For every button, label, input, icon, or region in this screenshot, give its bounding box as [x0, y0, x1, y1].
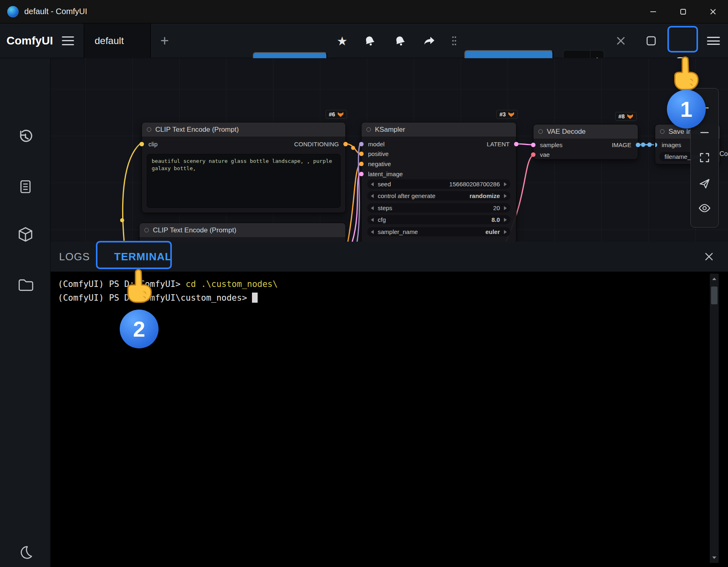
zoom-in-button[interactable]	[699, 103, 710, 113]
interrupt-button[interactable]	[640, 23, 662, 58]
input-slot-label: images	[662, 141, 681, 148]
minimize-button[interactable]	[638, 0, 668, 23]
sampler-name-widget[interactable]: sampler_name euler	[367, 227, 510, 236]
terminal-scrollbar[interactable]	[710, 274, 719, 563]
maximize-button[interactable]	[668, 0, 698, 23]
input-slot-label: negative	[368, 160, 391, 167]
node-header[interactable]: VAE Decode	[533, 124, 638, 139]
collapse-dot-icon[interactable]	[144, 228, 149, 232]
theme-toggle-button[interactable]	[0, 538, 51, 567]
terminal-line: (ComfyUI) PS D:\ComfyUI\custom_nodes>	[58, 291, 728, 305]
node-title: KSampler	[375, 126, 405, 134]
input-slot-label: positive	[368, 150, 389, 157]
document-list-icon	[18, 179, 33, 194]
arrow-up-icon	[712, 277, 717, 280]
increment-icon[interactable]	[504, 218, 507, 222]
positive-input-dot[interactable]	[359, 152, 364, 156]
sidebar-item-history[interactable]	[0, 123, 51, 151]
control-after-generate-widget[interactable]: control after generate randomize	[367, 191, 510, 200]
images-input-dot[interactable]	[655, 143, 657, 147]
notification-button-1[interactable]	[358, 23, 381, 58]
node-header[interactable]: KSampler	[362, 122, 516, 137]
plus-icon: +	[160, 32, 169, 49]
steps-widget[interactable]: steps 20	[367, 203, 510, 213]
increment-icon[interactable]	[504, 182, 507, 186]
folder-icon	[17, 276, 34, 293]
settings-menu-button[interactable]	[702, 23, 725, 58]
cfg-widget[interactable]: cfg 8.0	[367, 215, 510, 224]
notification-button-2[interactable]	[389, 23, 411, 58]
scroll-down-button[interactable]	[710, 552, 719, 563]
tab-terminal[interactable]: TERMINAL	[114, 251, 171, 263]
workflow-tab-default[interactable]: default	[84, 23, 151, 58]
decrement-icon[interactable]	[371, 218, 374, 222]
output-slot-label: CONDITIONING	[294, 141, 339, 148]
main-menu-button[interactable]	[62, 36, 74, 45]
increment-icon[interactable]	[504, 194, 507, 198]
increment-icon[interactable]	[504, 206, 507, 210]
bottom-panel: LOGS TERMINAL (ComfyUI) PS D:\ComfyUI> c…	[51, 242, 728, 567]
model-input-dot[interactable]	[359, 142, 364, 146]
node-header[interactable]: CLIP Text Encode (Prompt)	[140, 223, 345, 238]
favorites-button[interactable]: ★	[331, 23, 353, 58]
fit-view-button[interactable]	[699, 152, 710, 163]
input-slot-label: samples	[540, 141, 563, 148]
latent-image-input-dot[interactable]	[359, 172, 364, 176]
zoom-out-button[interactable]	[699, 127, 710, 138]
output-slot-label: LATENT	[487, 141, 510, 148]
negative-input-dot[interactable]	[359, 162, 364, 166]
panel-close-button[interactable]	[699, 242, 719, 272]
new-workflow-button[interactable]: +	[154, 23, 175, 58]
window-controls	[638, 0, 728, 23]
image-output-dot[interactable]	[636, 143, 640, 147]
node-badge: #3	[496, 110, 518, 119]
scrollbar-thumb[interactable]	[711, 287, 717, 304]
increment-icon[interactable]	[504, 230, 507, 234]
star-icon: ★	[337, 34, 348, 48]
toggle-visibility-button[interactable]	[698, 203, 711, 213]
node-clip-text-encode-2[interactable]: CLIP Text Encode (Prompt)	[139, 223, 346, 242]
terminal-output[interactable]: (ComfyUI) PS D:\ComfyUI> cd .\custom_nod…	[51, 272, 728, 567]
close-icon	[705, 252, 713, 261]
prompt-text-widget[interactable]: beautiful scenery nature glass bottle la…	[147, 154, 341, 208]
cancel-queue-button[interactable]	[609, 23, 632, 58]
pointer-mode-button[interactable]	[699, 178, 710, 189]
minus-icon	[699, 127, 710, 138]
collapse-dot-icon[interactable]	[538, 129, 543, 134]
moon-icon	[17, 544, 34, 561]
sidebar-item-workflows[interactable]	[0, 270, 51, 299]
comfyui-window: default - ComfyUI ComfyUI default +	[0, 0, 728, 567]
decrement-icon[interactable]	[371, 206, 374, 210]
decrement-icon[interactable]	[371, 194, 374, 198]
toolbar-drag-handle[interactable]	[445, 23, 463, 58]
collapse-dot-icon[interactable]	[660, 129, 665, 134]
sidebar-item-node-library[interactable]	[0, 173, 51, 201]
tab-logs[interactable]: LOGS	[59, 251, 90, 263]
vae-input-dot[interactable]	[531, 152, 535, 157]
close-window-button[interactable]	[698, 0, 728, 23]
workflow-tab-label: default	[95, 35, 124, 46]
node-clip-text-encode-1[interactable]: CLIP Text Encode (Prompt) clip CONDITION…	[142, 122, 346, 213]
samples-input-dot[interactable]	[531, 143, 535, 147]
panel-tab-bar: LOGS TERMINAL	[51, 242, 728, 272]
node-vae-decode[interactable]: VAE Decode samples vae IMAGE	[533, 124, 638, 160]
node-header[interactable]: CLIP Text Encode (Prompt)	[142, 122, 345, 137]
x-icon	[616, 36, 625, 45]
latent-output-dot[interactable]	[514, 142, 518, 146]
node-ksampler[interactable]: KSampler model positive negative latent_…	[361, 122, 516, 242]
node-title: CLIP Text Encode (Prompt)	[155, 126, 239, 134]
decrement-icon[interactable]	[371, 230, 374, 234]
collapse-dot-icon[interactable]	[147, 127, 151, 132]
decrement-icon[interactable]	[371, 182, 374, 186]
collapse-dot-icon[interactable]	[366, 127, 371, 132]
graph-canvas[interactable]: Co #6 #3 #8 CLIP Text Encode (Prompt) cl…	[51, 58, 728, 242]
scroll-up-button[interactable]	[710, 274, 719, 284]
share-button[interactable]	[418, 23, 441, 58]
maximize-icon	[679, 8, 687, 15]
titlebar: default - ComfyUI	[0, 0, 728, 23]
sidebar-item-model-library[interactable]	[0, 220, 51, 249]
conditioning-output-dot[interactable]	[343, 142, 348, 146]
clip-input-dot[interactable]	[140, 142, 144, 146]
node-title: VAE Decode	[547, 128, 586, 136]
seed-widget[interactable]: seed 156680208700286	[367, 179, 510, 189]
